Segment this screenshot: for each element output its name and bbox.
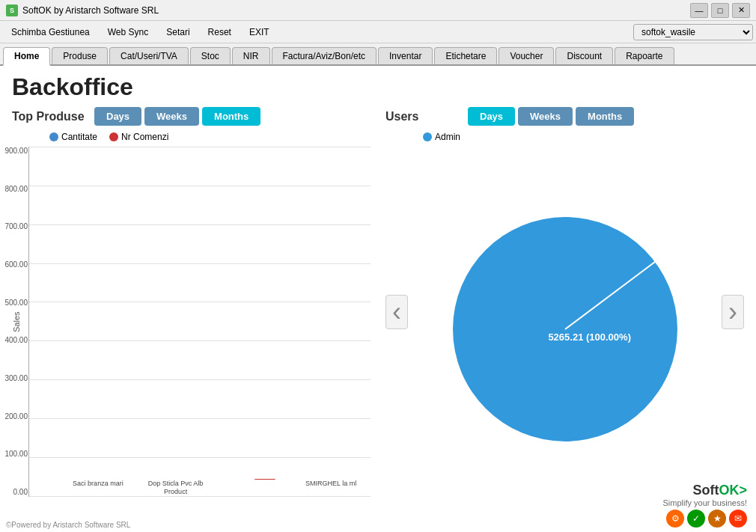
y-labels: 900.00 800.00 700.00 600.00 500.00 400.0…: [0, 147, 28, 496]
legend-cantitate-dot: [49, 132, 58, 141]
user-selector-wrapper[interactable]: softok_wasile admin user2: [633, 24, 753, 40]
menu-bar: Schimba Gestiunea Web Sync Setari Reset …: [0, 21, 756, 43]
menu-web-sync[interactable]: Web Sync: [100, 24, 156, 40]
chart-area: 900.00 800.00 700.00 600.00 500.00 400.0…: [28, 147, 371, 497]
top-produse-weeks-button[interactable]: Weeks: [144, 107, 199, 126]
window-controls: — □ ✕: [690, 3, 750, 18]
page-title: Backoffice: [12, 73, 744, 101]
tab-nir[interactable]: NIR: [232, 47, 270, 64]
pie-chart: 5265.21 (100.00%): [445, 210, 685, 449]
legend-nr-comenzi-dot: [109, 132, 118, 141]
top-produse-months-button[interactable]: Months: [202, 107, 260, 126]
menu-items: Schimba Gestiunea Web Sync Setari Reset …: [3, 24, 278, 40]
footer-brand: SoftOK>: [692, 483, 747, 498]
footer-icon-2[interactable]: ✓: [687, 510, 705, 528]
minimize-button[interactable]: —: [690, 3, 708, 18]
tab-rapoarte[interactable]: Rapoarte: [615, 47, 674, 64]
users-period-buttons: Days Weeks Months: [468, 107, 634, 126]
users-panel: Users Days Weeks Months Admin: [385, 107, 744, 517]
top-produse-panel: Top Produse Days Weeks Months Cantitate …: [12, 107, 371, 517]
title-bar-left: S SoftOK by Aristarch Software SRL: [6, 4, 159, 16]
menu-reset[interactable]: Reset: [200, 24, 240, 40]
pie-svg: [445, 210, 685, 449]
tab-factura[interactable]: Factura/Aviz/Bon/etc: [272, 47, 377, 64]
bars-container: [62, 147, 367, 480]
top-produse-period-buttons: Days Weeks Months: [94, 107, 260, 126]
left-arrow[interactable]: ‹: [385, 295, 408, 329]
tab-etichetare[interactable]: Etichetare: [434, 47, 497, 64]
dashboard-row: Top Produse Days Weeks Months Cantitate …: [12, 107, 744, 517]
menu-setari[interactable]: Setari: [158, 24, 198, 40]
x-label-3: [218, 480, 290, 496]
close-button[interactable]: ✕: [732, 3, 750, 18]
legend-admin: Admin: [423, 132, 460, 142]
footer-icon-3[interactable]: ★: [708, 510, 726, 528]
footer-tagline: Simplify your business!: [663, 498, 748, 507]
legend-nr-comenzi: Nr Comenzi: [109, 132, 168, 142]
users-header: Users Days Weeks Months: [385, 107, 744, 126]
users-legend: Admin: [423, 132, 744, 142]
x-labels: Saci branza mari Dop Sticla Pvc AlbProdu…: [62, 480, 367, 496]
brand-arrow: >: [739, 483, 747, 498]
bar-chart-container: Sales 900.00 800.00 700.00 600.00 500.00…: [12, 147, 371, 497]
users-weeks-button[interactable]: Weeks: [518, 107, 573, 126]
legend-admin-dot: [423, 132, 432, 141]
users-days-button[interactable]: Days: [468, 107, 515, 126]
tab-produse[interactable]: Produse: [52, 47, 108, 64]
nav-tabs: Home Produse Cat/Useri/TVA Stoc NIR Fact…: [0, 43, 756, 66]
tab-stoc[interactable]: Stoc: [190, 47, 231, 64]
pie-value-label: 5265.21 (100.00%): [548, 331, 631, 343]
tab-inventar[interactable]: Inventar: [378, 47, 433, 64]
footer-icon-4[interactable]: ✉: [729, 510, 747, 528]
brand-ok: OK: [719, 483, 739, 498]
menu-schimba-gestiunea[interactable]: Schimba Gestiunea: [3, 24, 98, 40]
footer-icon-1[interactable]: ⚙: [666, 510, 684, 528]
pie-chart-container: 5265.21 (100.00%): [385, 147, 744, 512]
menu-exit[interactable]: EXIT: [241, 24, 278, 40]
maximize-button[interactable]: □: [711, 3, 729, 18]
main-content: Backoffice Top Produse Days Weeks Months…: [0, 66, 756, 532]
users-months-button[interactable]: Months: [576, 107, 634, 126]
x-label-1: Saci branza mari: [62, 480, 134, 496]
right-arrow[interactable]: ›: [722, 295, 744, 329]
app-title: SoftOK by Aristarch Software SRL: [22, 5, 159, 16]
app-icon: S: [6, 4, 18, 16]
legend-nr-comenzi-label: Nr Comenzi: [121, 132, 168, 142]
top-produse-legend: Cantitate Nr Comenzi: [49, 132, 371, 142]
footer: SoftOK> Simplify your business! ⚙ ✓ ★ ✉: [654, 478, 757, 532]
footer-copyright: ©Powered by Aristarch Software SRL: [0, 518, 136, 532]
tab-cat-useri-tva[interactable]: Cat/Useri/TVA: [109, 47, 189, 64]
legend-cantitate-label: Cantitate: [61, 132, 97, 142]
legend-admin-label: Admin: [435, 132, 460, 142]
footer-icons: ⚙ ✓ ★ ✉: [666, 510, 747, 528]
user-select[interactable]: softok_wasile admin user2: [633, 24, 753, 40]
brand-name: Soft: [692, 483, 719, 498]
x-label-4: SMIRGHEL la ml: [295, 480, 367, 496]
top-produse-days-button[interactable]: Days: [94, 107, 141, 126]
legend-cantitate: Cantitate: [49, 132, 97, 142]
tab-discount[interactable]: Discount: [555, 47, 613, 64]
top-produse-title: Top Produse: [12, 110, 87, 123]
x-label-2: Dop Sticla Pvc AlbProduct: [140, 480, 212, 496]
tab-home[interactable]: Home: [3, 47, 50, 66]
users-title: Users: [385, 110, 460, 123]
tab-voucher[interactable]: Voucher: [499, 47, 554, 64]
top-produse-header: Top Produse Days Weeks Months: [12, 107, 371, 126]
title-bar: S SoftOK by Aristarch Software SRL — □ ✕: [0, 0, 756, 21]
